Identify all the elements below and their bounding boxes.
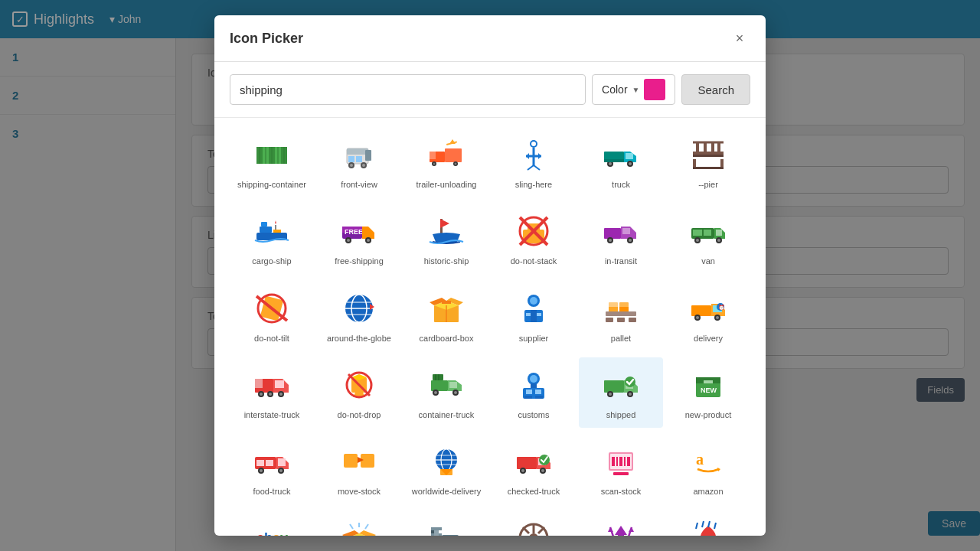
icon-label: in-transit bbox=[605, 256, 637, 266]
svg-marker-211 bbox=[717, 468, 720, 471]
icon-label: cardboard-box bbox=[420, 333, 474, 344]
svg-point-181 bbox=[260, 469, 263, 472]
icon-label: checked-truck bbox=[508, 486, 560, 497]
svg-point-41 bbox=[609, 162, 612, 165]
icon-van[interactable]: van bbox=[666, 204, 750, 274]
svg-point-19 bbox=[362, 164, 365, 167]
svg-line-36 bbox=[534, 165, 540, 170]
svg-rect-14 bbox=[348, 156, 354, 162]
icon-label: pallet bbox=[611, 333, 631, 344]
svg-rect-49 bbox=[717, 142, 720, 152]
icon-customs[interactable]: customs bbox=[492, 357, 576, 428]
svg-point-127 bbox=[716, 316, 719, 319]
svg-rect-178 bbox=[256, 460, 264, 466]
icon-do-not-drop[interactable]: do-not-drop bbox=[317, 357, 401, 428]
svg-text:a: a bbox=[696, 451, 704, 468]
icon-historic-ship[interactable]: historic-ship bbox=[404, 204, 488, 274]
icon-fork-lift[interactable]: fork-lift bbox=[404, 510, 488, 536]
icon-label: truck bbox=[612, 179, 630, 190]
icon-free-shipping[interactable]: FREE free-shipping bbox=[317, 204, 401, 274]
icon-shipping-container[interactable]: shipping-container bbox=[230, 127, 314, 197]
svg-point-17 bbox=[350, 164, 353, 167]
icon-worldwide-delivery[interactable]: worldwide-delivery bbox=[404, 434, 488, 504]
icon-interstate-truck[interactable]: interstate-truck bbox=[230, 357, 314, 428]
icon-truck[interactable]: truck bbox=[579, 127, 663, 197]
icon-do-not-stack[interactable]: do-not-stack bbox=[492, 204, 576, 274]
svg-point-198 bbox=[521, 469, 524, 472]
svg-rect-194 bbox=[517, 457, 537, 469]
icon-ship-wheel[interactable]: ship-wheel bbox=[492, 510, 576, 536]
svg-rect-173 bbox=[704, 380, 713, 383]
svg-line-235 bbox=[523, 527, 529, 533]
icon-do-not-tilt[interactable]: do-not-tilt bbox=[230, 281, 314, 351]
icon-front-view[interactable]: front-view bbox=[317, 127, 401, 197]
svg-point-183 bbox=[279, 469, 283, 472]
search-input[interactable] bbox=[230, 74, 586, 105]
svg-point-200 bbox=[541, 469, 544, 472]
icon-label: container-truck bbox=[419, 409, 475, 420]
svg-rect-21 bbox=[445, 148, 462, 162]
svg-rect-131 bbox=[255, 379, 263, 388]
icon-in-transit[interactable]: in-transit bbox=[579, 204, 663, 274]
chevron-down-icon: ▼ bbox=[632, 86, 640, 94]
icon-label: customs bbox=[518, 409, 550, 420]
color-picker-button[interactable]: Color ▼ bbox=[592, 74, 675, 105]
icon-shipped[interactable]: shipped bbox=[579, 357, 663, 428]
svg-rect-207 bbox=[624, 457, 626, 466]
svg-point-137 bbox=[279, 393, 283, 396]
icon-pallet[interactable]: pallet bbox=[579, 281, 663, 351]
svg-point-26 bbox=[455, 163, 457, 165]
icon-trailer-unloading[interactable]: trailer-unloading bbox=[404, 127, 488, 197]
icon-cargo-ship[interactable]: cargo-ship bbox=[230, 204, 314, 274]
icon-label: van bbox=[701, 256, 715, 266]
icon-supplier[interactable]: supplier bbox=[492, 281, 576, 351]
icon-amazon[interactable]: a amazon bbox=[666, 434, 750, 504]
icon-label: do-not-drop bbox=[338, 409, 381, 420]
svg-rect-162 bbox=[535, 396, 543, 399]
svg-point-24 bbox=[433, 163, 436, 165]
icon-pier[interactable]: --pier bbox=[666, 127, 750, 197]
svg-rect-113 bbox=[606, 311, 636, 316]
icon-new-product[interactable]: NEW new-product bbox=[666, 357, 750, 428]
svg-rect-116 bbox=[629, 318, 636, 322]
icon-delivery[interactable]: ⏰ delivery bbox=[666, 281, 750, 351]
svg-rect-12 bbox=[347, 148, 368, 155]
svg-marker-64 bbox=[362, 227, 374, 239]
svg-rect-46 bbox=[696, 142, 699, 152]
icon-label: food-truck bbox=[253, 486, 291, 497]
svg-marker-70 bbox=[440, 219, 449, 228]
icon-sling-here[interactable]: sling-here bbox=[492, 127, 576, 197]
svg-line-35 bbox=[528, 165, 534, 170]
icon-label: do-not-stack bbox=[511, 256, 557, 266]
svg-rect-59 bbox=[275, 225, 276, 230]
icon-food-truck[interactable]: food-truck bbox=[230, 434, 314, 504]
icon-open-box[interactable]: open-box bbox=[317, 510, 401, 536]
icon-ebay[interactable]: ebay ebay bbox=[230, 510, 314, 536]
icon-around-the-globe[interactable]: around-the-globe bbox=[317, 281, 401, 351]
svg-line-217 bbox=[350, 524, 353, 529]
icon-cardboard-box[interactable]: cardboard-box bbox=[404, 281, 488, 351]
icon-scan-stock[interactable]: scan-stock bbox=[579, 434, 663, 504]
svg-rect-47 bbox=[704, 142, 707, 152]
svg-marker-243 bbox=[608, 527, 613, 532]
search-button[interactable]: Search bbox=[681, 74, 750, 105]
icon-label: do-not-tilt bbox=[254, 333, 289, 344]
icon-keep-dry[interactable]: keep-dry bbox=[666, 510, 750, 536]
icon-label: cargo-ship bbox=[252, 256, 291, 266]
icon-move-stock[interactable]: move-stock bbox=[317, 434, 401, 504]
svg-rect-220 bbox=[442, 535, 459, 536]
icon-checked-truck[interactable]: checked-truck bbox=[492, 434, 576, 504]
close-button[interactable]: × bbox=[729, 28, 750, 49]
svg-rect-54 bbox=[693, 167, 724, 169]
icon-container-truck[interactable]: container-truck bbox=[404, 357, 488, 428]
svg-rect-159 bbox=[526, 390, 532, 394]
icon-this-way-up[interactable]: this-way-up bbox=[579, 510, 663, 536]
svg-rect-145 bbox=[431, 380, 448, 391]
svg-rect-44 bbox=[604, 159, 624, 162]
svg-rect-86 bbox=[693, 230, 702, 236]
svg-point-135 bbox=[260, 393, 263, 396]
svg-rect-22 bbox=[430, 152, 436, 159]
svg-rect-240 bbox=[618, 535, 624, 536]
icon-label: delivery bbox=[694, 333, 723, 344]
icon-label: around-the-globe bbox=[327, 333, 391, 344]
